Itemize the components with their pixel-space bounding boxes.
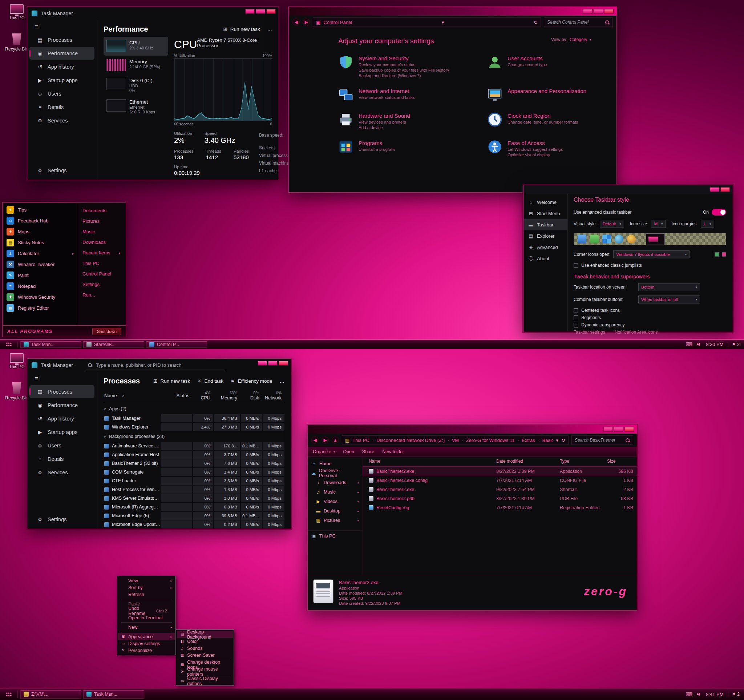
sidebar-item[interactable]: ▦ Pictures ● bbox=[308, 516, 363, 525]
forward-button[interactable]: ▶ bbox=[321, 436, 329, 444]
category-title-link[interactable]: Appearance and Personalization bbox=[507, 88, 586, 94]
breadcrumb-item[interactable]: BasicThemer › bbox=[542, 438, 553, 443]
taskbar-button[interactable]: Task Man... bbox=[83, 690, 144, 699]
column-cpu[interactable]: 4%CPU bbox=[192, 391, 213, 401]
category-link[interactable]: View devices and printers bbox=[359, 120, 410, 124]
start-menu-item[interactable]: ⚒ Winaero Tweaker bbox=[4, 259, 77, 270]
process-row[interactable]: KMS Server Emulator ... 0% 1.0 MB 0 MB/s… bbox=[104, 494, 284, 503]
task-manager-nav-item[interactable]: ⚙ Services bbox=[30, 114, 94, 127]
file-list-header[interactable]: Name Date modified Type Size bbox=[363, 457, 637, 466]
keyboard-tray-icon[interactable]: ⌨ bbox=[686, 342, 692, 347]
process-row[interactable]: COM Surrogate 0% 1.4 MB 0 MB/s 0 Mbps bbox=[104, 468, 284, 477]
close-button[interactable] bbox=[720, 187, 730, 192]
checkbox[interactable] bbox=[574, 323, 578, 328]
taskbar-button[interactable]: StartAllB... bbox=[83, 341, 144, 348]
menu-item-undo-rename[interactable]: Undo RenameCtrl+Z bbox=[118, 607, 175, 614]
combine-buttons-select[interactable]: When taskbar is full▾ bbox=[638, 295, 700, 304]
desktop-icon-recycle-bin[interactable]: Recycle Bin bbox=[3, 33, 31, 52]
task-manager-settings-item[interactable]: ⚙ Settings bbox=[30, 513, 94, 526]
taskbar-clock[interactable]: 8:30 PM bbox=[706, 342, 723, 347]
menu-item-view[interactable]: View▸ bbox=[118, 577, 175, 584]
menu-item-classic-display-options[interactable]: ▭Classic Display options bbox=[177, 678, 233, 684]
forward-button[interactable]: ▶ bbox=[303, 19, 310, 26]
start-button[interactable] bbox=[3, 690, 15, 699]
checkbox[interactable] bbox=[574, 308, 578, 313]
menu-item-change-mouse-pointers[interactable]: ➤Change mouse pointers bbox=[177, 668, 233, 675]
window-titlebar[interactable] bbox=[289, 7, 616, 16]
category-title-link[interactable]: User Accounts bbox=[507, 55, 547, 61]
window-titlebar[interactable]: Task Manager bbox=[27, 7, 279, 20]
taskbar-button[interactable]: Task Man... bbox=[20, 341, 81, 348]
address-dropdown-icon[interactable]: ▾ bbox=[556, 438, 559, 443]
shut-down-button[interactable]: Shut down bbox=[92, 328, 121, 335]
process-row[interactable]: Microsoft (R) Aggregat... 0% 0.8 MB 0 MB… bbox=[104, 503, 284, 511]
start-menu-place-item[interactable]: This PC bbox=[82, 258, 124, 269]
task-manager-nav-item[interactable]: ▶ Startup apps bbox=[30, 426, 94, 438]
task-manager-nav-item[interactable]: ↺ App history bbox=[30, 412, 94, 425]
enhanced-jumplists-checkbox[interactable] bbox=[574, 263, 578, 268]
menu-item-sort-by[interactable]: Sort by▸ bbox=[118, 584, 175, 591]
sidebar-item[interactable]: ▬ Desktop ● bbox=[308, 506, 363, 516]
category-link[interactable]: Change date, time, or number formats bbox=[507, 120, 578, 124]
column-date-modified[interactable]: Date modified bbox=[496, 459, 560, 464]
task-manager-nav-item[interactable]: ☺ Users bbox=[30, 87, 94, 100]
start-menu-place-item[interactable]: Music bbox=[82, 226, 124, 237]
category-title-link[interactable]: Hardware and Sound bbox=[359, 113, 410, 119]
startallback-nav-item[interactable]: ▬ Taskbar bbox=[524, 219, 567, 231]
start-menu-place-item[interactable]: Settings bbox=[82, 279, 124, 290]
taskbar-style-preview[interactable] bbox=[574, 233, 726, 245]
maximize-button[interactable] bbox=[614, 427, 623, 432]
share-button[interactable]: Share bbox=[362, 449, 374, 454]
menu-item-open-in-terminal[interactable]: Open in Terminal bbox=[118, 614, 175, 621]
notification-area-icons-link[interactable]: Notification Area icons bbox=[615, 330, 658, 335]
startallback-nav-item[interactable]: ◈ Advanced bbox=[524, 242, 567, 253]
task-manager-nav-item[interactable]: ⚙ Services bbox=[30, 466, 94, 479]
column-disk[interactable]: 0%Disk bbox=[240, 391, 262, 401]
file-row[interactable]: BasicThemer2.pdb 8/27/2022 1:39 PM PDB F… bbox=[363, 494, 637, 503]
start-button[interactable] bbox=[3, 341, 15, 348]
menu-item-refresh[interactable]: Refresh bbox=[118, 591, 175, 598]
window-titlebar[interactable] bbox=[308, 425, 637, 433]
process-row[interactable]: Host Process for Wind... 0% 1.3 MB 0 MB/… bbox=[104, 485, 284, 494]
start-menu-place-item[interactable]: Downloads bbox=[82, 237, 124, 247]
performance-tile[interactable]: Memory 2.1/4.0 GB (52%) bbox=[104, 56, 168, 74]
sidebar-item[interactable]: ▶ Videos ● bbox=[308, 497, 363, 506]
performance-tile[interactable]: Disk 0 (C:) HDD 0% bbox=[104, 74, 168, 96]
back-button[interactable]: ◀ bbox=[292, 19, 300, 26]
minimize-button[interactable] bbox=[245, 9, 254, 14]
sidebar-item[interactable]: ♫ Music ● bbox=[308, 487, 363, 497]
breadcrumb-item[interactable]: Zero-G for Windows 11 › bbox=[466, 438, 519, 443]
organize-button[interactable]: Organize▾ bbox=[313, 449, 335, 454]
menu-item-personalize[interactable]: ✎Personalize bbox=[118, 647, 175, 654]
process-table-header[interactable]: Name ∧ Status 4%CPU 53%Memory 0%Disk 0%N… bbox=[104, 389, 284, 403]
checkbox[interactable] bbox=[574, 316, 578, 320]
file-row[interactable]: BasicThemer2.exe 8/27/2022 1:39 PM Appli… bbox=[363, 467, 637, 476]
start-menu-place-item[interactable]: Pictures bbox=[82, 216, 124, 226]
breadcrumb-item[interactable]: Disconnected Network Drive (Z:) › bbox=[376, 438, 449, 443]
start-menu-item[interactable]: ☺ Feedback Hub bbox=[4, 215, 77, 226]
task-manager-nav-item[interactable]: ☺ Users bbox=[30, 439, 94, 452]
task-manager-nav-item[interactable]: ≡ Details bbox=[30, 453, 94, 465]
breadcrumb-item[interactable]: This PC › bbox=[353, 438, 373, 443]
close-button[interactable] bbox=[279, 361, 288, 366]
task-manager-nav-item[interactable]: ▤ Processes bbox=[30, 385, 94, 398]
sidebar-item[interactable]: ☁ OneDrive - Personal bbox=[308, 469, 363, 478]
refresh-icon[interactable]: ↻ bbox=[534, 19, 538, 25]
desktop-icon-this-pc[interactable]: This PC bbox=[3, 4, 31, 20]
column-size[interactable]: Size bbox=[607, 459, 633, 464]
selected-style-tile[interactable] bbox=[646, 233, 665, 245]
menu-item-sounds[interactable]: ♫Sounds bbox=[177, 645, 233, 652]
category-title-link[interactable]: Network and Internet bbox=[359, 88, 415, 94]
process-row[interactable]: Microsoft Edge Update ... 0% 0.2 MB 0 MB… bbox=[104, 520, 284, 529]
run-new-task-button[interactable]: ⊞ Run new task bbox=[153, 378, 190, 384]
window-titlebar[interactable]: Task Manager Type a name, publisher, or … bbox=[27, 359, 291, 372]
start-menu-item[interactable]: ✚ Windows Security bbox=[4, 292, 77, 302]
category-link[interactable]: Save backup copies of your files with Fi… bbox=[359, 68, 449, 72]
maximize-button[interactable] bbox=[268, 361, 278, 366]
menu-item-appearance[interactable]: ▣Appearance▸ bbox=[118, 633, 175, 640]
category-link[interactable]: Let Windows suggest settings bbox=[507, 147, 563, 152]
icon-size-select[interactable]: M▾ bbox=[651, 220, 665, 228]
menu-item-color[interactable]: ◧Color bbox=[177, 638, 233, 645]
category-title-link[interactable]: Ease of Access bbox=[507, 140, 563, 146]
category-link[interactable]: Review your computer's status bbox=[359, 63, 449, 67]
